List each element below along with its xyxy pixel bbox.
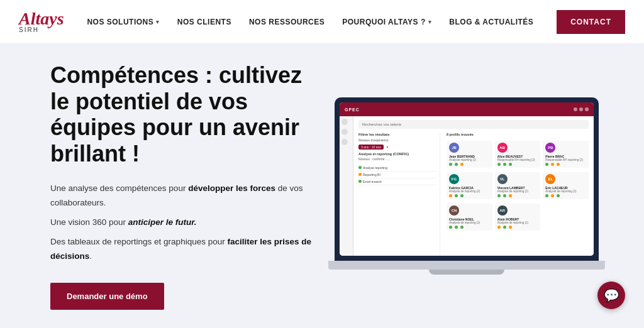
laptop-stand (429, 270, 504, 275)
filter-niveaux: Niveaux : confirmé - ... (358, 157, 436, 161)
skill-2: Reporting BI (358, 172, 436, 178)
filters-panel: Filtrer les résultats Niveaux d'expérien… (358, 133, 440, 256)
filter-tag[interactable]: 3 ans - 10 ans (358, 145, 384, 150)
window-dot-3 (585, 107, 589, 111)
avatar-2: AB (497, 143, 508, 153)
skill-1: Analyse reporting (358, 165, 436, 172)
profile-card-5: VL Vincent LAMBERT Analyste de reporting… (495, 172, 541, 199)
profile-card-4: FG Fabrice GARCIA Analyste de reporting … (447, 172, 492, 199)
laptop-mockup: GPEC (335, 97, 599, 275)
app-sidebar (340, 116, 353, 256)
sidebar-icon-1 (341, 119, 348, 125)
avatar-7: CN (449, 205, 459, 216)
logo-sub: SIRH (19, 26, 39, 33)
search-label: Recherchez vos talents (362, 123, 401, 126)
laptop-inner: GPEC (340, 102, 594, 256)
contact-button[interactable]: CONTACT (557, 10, 625, 34)
window-dot-2 (579, 107, 583, 111)
filter-clear[interactable]: ✕ (386, 145, 389, 149)
avatar-3: PB (545, 143, 555, 153)
nav-item-solutions[interactable]: NOS SOLUTIONS ▾ (87, 18, 159, 26)
header: Altays SIRH NOS SOLUTIONS ▾ NOS CLIENTS … (0, 0, 644, 44)
app-body: Recherchez vos talents Filtrer les résul… (340, 116, 594, 256)
profiles-count: 8 profils trouvés (447, 133, 589, 136)
laptop-base (328, 261, 605, 270)
app-main: Recherchez vos talents Filtrer les résul… (353, 116, 594, 256)
hero-image: GPEC (327, 97, 606, 275)
chat-icon: 💬 (604, 288, 619, 303)
skill-3: Excel avancé (358, 178, 436, 185)
hero-desc-1: Une analyse des compétences pour dévelop… (50, 182, 327, 210)
hero-title: Compétences : cultivez le potentiel de v… (50, 62, 327, 167)
avatar-8: AR (497, 205, 508, 216)
profiles-panel: 8 profils trouvés JB Jean BERTRAND Analy… (443, 133, 589, 256)
hero-desc-2-prefix: Une vision 360 pour (50, 217, 128, 227)
sidebar-icon-3 (341, 139, 348, 145)
hero-section: Compétences : cultivez le potentiel de v… (0, 44, 644, 328)
avatar-6: EL (545, 174, 555, 184)
hero-desc-1-prefix: Une analyse des compétences pour (50, 183, 188, 193)
laptop-screen: GPEC (335, 97, 599, 261)
logo-brand: Altays (19, 10, 64, 28)
hero-desc-3-suffix: . (89, 251, 92, 261)
app-title: GPEC (345, 107, 360, 112)
hero-desc-2: Une vision 360 pour anticiper le futur. (50, 216, 327, 230)
logo: Altays SIRH (19, 10, 64, 33)
profile-card-6: EL Eric LACHEUR Analyste de reporting (2… (543, 172, 589, 199)
profile-card-2: AB Alice BEAUVEST Responsable RH reporti… (495, 141, 541, 168)
nav-item-blog[interactable]: BLOG & ACTUALITÉS (449, 18, 533, 26)
profile-card-7: CN Christiane NOEL Analyste de reporting… (447, 204, 492, 231)
avatar-1: JB (449, 143, 459, 153)
window-controls (574, 107, 589, 111)
dropdown-arrow-solutions: ▾ (156, 19, 160, 25)
hero-content: Compétences : cultivez le potentiel de v… (50, 62, 327, 309)
sidebar-icon-2 (341, 129, 348, 135)
app-header: GPEC (340, 102, 594, 116)
hero-desc-2-em: anticiper le futur. (128, 217, 197, 227)
profile-card-8: AR Alain ROBERT Analyste de reporting (2… (495, 204, 541, 231)
profile-card-3: PB Pierre BRAC Responsable RH reporting … (543, 141, 589, 168)
filter-label-2: Analyse et reporting (CONF01) (358, 152, 436, 156)
talent-content: Filtrer les résultats Niveaux d'expérien… (358, 133, 589, 256)
hero-desc-1-bold: développer les forces (188, 183, 275, 193)
hero-desc-3-prefix: Des tableaux de reportings et graphiques… (50, 237, 227, 246)
main-nav: NOS SOLUTIONS ▾ NOS CLIENTS NOS RESSOURC… (87, 18, 533, 26)
app-search-bar[interactable]: Recherchez vos talents (358, 120, 589, 129)
avatar-4: FG (449, 174, 459, 184)
nav-item-pourquoi[interactable]: POURQUOI ALTAYS ? ▾ (342, 18, 431, 26)
nav-item-clients[interactable]: NOS CLIENTS (177, 18, 231, 26)
dropdown-arrow-pourquoi: ▾ (428, 19, 432, 25)
hero-desc-3: Des tableaux de reportings et graphiques… (50, 235, 327, 264)
filter-bar-1: Niveaux d'expérience (358, 138, 436, 142)
skill-list: Analyse reporting Reporting BI Excel ava… (358, 165, 436, 185)
filter-label-1: Niveaux d'expérience (358, 138, 389, 142)
avatar-5: VL (497, 174, 508, 184)
window-dot-1 (574, 107, 577, 111)
filters-title: Filtrer les résultats (358, 133, 436, 136)
demo-button[interactable]: Demander une démo (50, 283, 164, 310)
chat-bubble[interactable]: 💬 (597, 282, 625, 309)
profile-card-1: JB Jean BERTRAND Analyste reporting (2) (447, 141, 492, 168)
nav-item-ressources[interactable]: NOS RESSOURCES (249, 18, 325, 26)
